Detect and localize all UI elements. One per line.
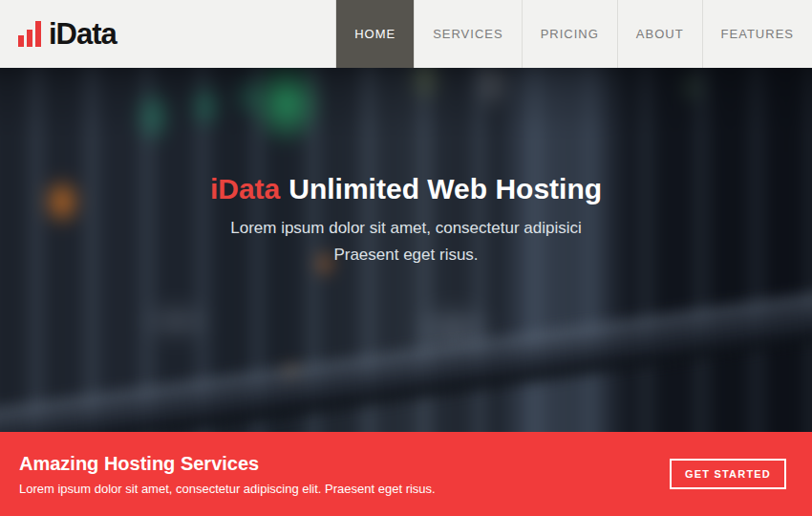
- cta-heading: Amazing Hosting Services: [19, 453, 436, 475]
- nav-item-about[interactable]: ABOUT: [617, 0, 702, 68]
- main-nav: HOME SERVICES PRICING ABOUT FEATURES: [335, 0, 812, 68]
- hero-content: iDataUnlimited Web Hosting Lorem ipsum d…: [0, 68, 812, 269]
- bar-chart-icon: [18, 21, 41, 47]
- hero-subtitle: Lorem ipsum dolor sit amet, consectetur …: [0, 215, 812, 269]
- logo[interactable]: iData: [0, 0, 117, 68]
- hero-subtitle-line1: Lorem ipsum dolor sit amet, consectetur …: [230, 219, 582, 237]
- site-header: iData HOME SERVICES PRICING ABOUT FEATUR…: [0, 0, 812, 68]
- cta-text: Amazing Hosting Services Lorem ipsum dol…: [19, 453, 436, 496]
- logo-text: iData: [49, 17, 117, 52]
- nav-item-pricing[interactable]: PRICING: [522, 0, 617, 68]
- hero-title-rest: Unlimited Web Hosting: [288, 173, 602, 204]
- hero-title-highlight: iData: [210, 173, 280, 204]
- nav-item-features[interactable]: FEATURES: [702, 0, 812, 68]
- cta-subtext: Lorem ipsum dolor sit amet, consectetur …: [19, 482, 436, 496]
- nav-item-home[interactable]: HOME: [335, 0, 414, 68]
- hero-section: iDataUnlimited Web Hosting Lorem ipsum d…: [0, 68, 812, 432]
- get-started-button[interactable]: GET STARTED: [670, 459, 786, 489]
- hero-title: iDataUnlimited Web Hosting: [0, 173, 812, 205]
- landing-page: iData HOME SERVICES PRICING ABOUT FEATUR…: [0, 0, 812, 516]
- cta-bar: Amazing Hosting Services Lorem ipsum dol…: [0, 432, 812, 516]
- hero-subtitle-line2: Praesent eget risus.: [333, 246, 478, 264]
- nav-item-services[interactable]: SERVICES: [414, 0, 522, 68]
